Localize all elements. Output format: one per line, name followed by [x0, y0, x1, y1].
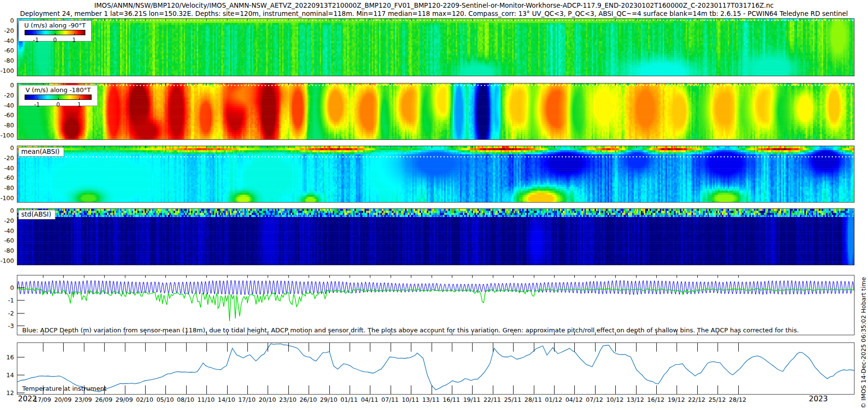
y-tick-mark	[17, 287, 25, 288]
y-tick-label: 0	[0, 144, 14, 151]
x-tick-mark	[186, 385, 187, 394]
u-legend-title: U (m/s) along -90°T	[19, 22, 91, 29]
x-tick-mark	[432, 385, 432, 394]
u-colorbar: -101	[25, 30, 85, 35]
std-absi-label: std(ABSI)	[18, 210, 55, 219]
x-tick-mark	[472, 385, 473, 394]
x-tick-mark	[656, 275, 657, 278]
x-tick-mark	[370, 275, 370, 278]
y-tick-mark	[17, 326, 25, 326]
colorbar-tick-label: 1	[78, 101, 81, 108]
y-tick-label: -100	[0, 257, 14, 264]
x-tick-mark	[452, 275, 452, 278]
x-tick-mark	[656, 385, 657, 394]
x-tick-mark	[697, 385, 698, 394]
x-tick-label: 22/11	[484, 396, 501, 403]
mean-absi-heatmap	[17, 146, 854, 202]
x-tick-label: 17/09	[34, 396, 51, 403]
v-colorbar-legend: V (m/s) along -180°T -101	[18, 85, 98, 106]
x-tick-label: 20/10	[258, 396, 276, 403]
x-tick-mark	[329, 343, 330, 352]
panel-temperature: Temperature at instrument 161412	[17, 342, 854, 395]
x-tick-label: 23/10	[279, 396, 297, 403]
v-colorbar: -101	[25, 95, 92, 100]
pitch-roll-line	[17, 288, 854, 321]
x-tick-label: 08/10	[177, 396, 194, 403]
x-tick-mark	[125, 343, 125, 352]
y-tick-label: 14	[0, 371, 14, 379]
x-tick-mark	[329, 385, 330, 394]
v-legend-title: V (m/s) along -180°T	[19, 86, 97, 94]
u-colorbar-legend: U (m/s) along -90°T -101	[18, 20, 92, 41]
x-tick-mark	[452, 343, 452, 352]
y-tick-mark	[17, 393, 25, 393]
x-tick-label: 05/10	[156, 396, 174, 403]
x-tick-mark	[391, 275, 391, 278]
y-tick-label: -2	[0, 309, 14, 316]
x-tick-mark	[391, 343, 391, 352]
temperature-label: Temperature at instrument	[22, 385, 107, 392]
x-tick-mark	[350, 343, 350, 352]
x-tick-mark	[227, 343, 228, 352]
x-tick-mark	[186, 343, 187, 352]
x-tick-mark	[84, 343, 84, 352]
depth-annotation: Blue: ADCP Depth (m) variation from sens…	[22, 327, 799, 334]
x-tick-mark	[206, 343, 207, 352]
y-tick-label: 16	[0, 354, 14, 361]
x-tick-label: 07/11	[381, 396, 399, 403]
x-tick-mark	[125, 385, 125, 394]
x-tick-label: 04/11	[361, 396, 378, 403]
x-tick-label: 02/10	[136, 396, 153, 403]
x-tick-label: 11/10	[197, 396, 215, 403]
y-tick-label: -80	[0, 122, 14, 129]
x-tick-mark	[636, 385, 637, 394]
x-tick-mark	[534, 385, 534, 394]
x-tick-mark	[43, 343, 43, 352]
x-tick-mark	[145, 343, 146, 352]
y-tick-label: -20	[0, 91, 14, 98]
x-tick-mark	[615, 275, 616, 278]
panel-depth-variation: Blue: ADCP Depth (m) variation from sens…	[17, 275, 854, 335]
x-tick-mark	[513, 343, 514, 352]
x-tick-label: 01/11	[340, 396, 358, 403]
y-tick-label: -60	[0, 111, 14, 119]
y-tick-label: -60	[0, 47, 14, 54]
x-tick-label: 28/12	[729, 396, 746, 403]
x-tick-mark	[247, 343, 248, 352]
y-tick-label: 0	[0, 17, 14, 24]
x-tick-mark	[493, 275, 493, 278]
x-tick-label: 20/09	[54, 396, 71, 403]
x-tick-mark	[738, 385, 739, 394]
figure-title-filename: IMOS/ANMN/NSW/BMP120/Velocity/IMOS_ANMN-…	[0, 1, 868, 9]
x-tick-label: 16/11	[443, 396, 460, 403]
x-tick-mark	[472, 275, 473, 278]
y-tick-label: -60	[0, 174, 14, 181]
x-tick-mark	[247, 385, 248, 394]
x-tick-label: 16/12	[647, 396, 665, 403]
colorbar-tick-mark	[74, 33, 75, 35]
x-tick-mark	[554, 385, 555, 394]
x-tick-mark	[513, 385, 514, 394]
mean-absi-label: mean(ABSI)	[18, 147, 64, 157]
x-tick-mark	[350, 385, 350, 394]
colorbar-tick-label: 0	[56, 101, 60, 108]
colorbar-tick-label: -1	[34, 101, 40, 108]
x-tick-mark	[554, 343, 555, 352]
y-tick-label: -20	[0, 27, 14, 34]
y-tick-label: -80	[0, 184, 14, 191]
y-tick-label: -1	[0, 297, 14, 304]
x-tick-label: 29/10	[320, 396, 338, 403]
y-tick-label: -80	[0, 247, 14, 254]
temperature-plot	[17, 343, 854, 394]
x-tick-mark	[636, 343, 637, 352]
x-tick-label: 13/11	[422, 396, 440, 403]
x-tick-mark	[493, 385, 493, 394]
x-tick-label: 26/09	[95, 396, 112, 403]
x-tick-mark	[513, 275, 514, 278]
x-tick-mark	[615, 385, 616, 394]
y-tick-label: 0	[0, 207, 14, 214]
x-tick-mark	[677, 385, 677, 394]
x-tick-mark	[554, 275, 555, 278]
panel-v-velocity: V (m/s) along -180°T -101 0-20-40-60-80-…	[17, 83, 854, 140]
y-tick-mark	[17, 300, 25, 301]
